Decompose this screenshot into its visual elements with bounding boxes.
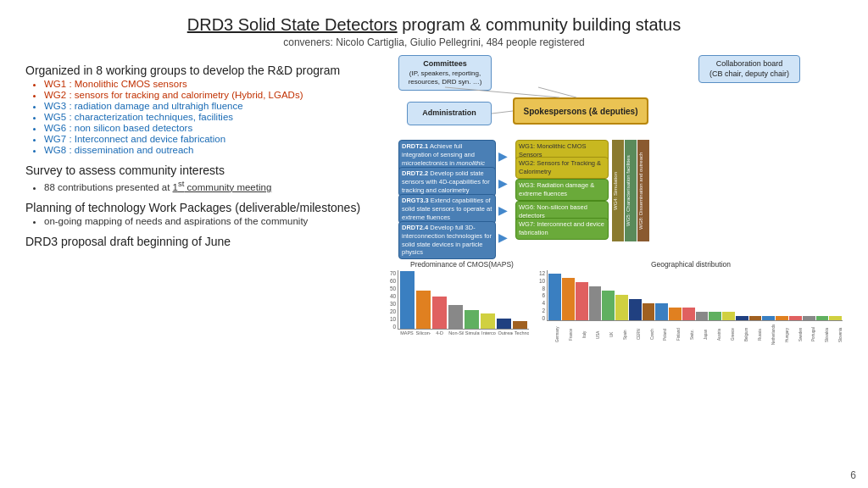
maps-chart-title: Predominance of CMOS(MAPS) <box>390 260 534 269</box>
y-label: 60 <box>390 278 396 284</box>
geo-bar <box>762 316 775 320</box>
geo-bar <box>589 286 602 320</box>
svg-line-2 <box>492 111 513 114</box>
geo-x-label: Austria <box>709 322 721 347</box>
wg5-bar: WG5: Characterisation facilities <box>625 140 637 241</box>
geo-bar <box>682 308 695 320</box>
x-label: Interconnect <box>481 330 496 336</box>
x-label: Simulation <box>465 330 480 336</box>
wg8-bar: WG8: Dissemination and outreach <box>637 140 649 241</box>
side-bars: WG4: Simulation WG5: Characterisation fa… <box>612 140 649 241</box>
planning-list: on-going mapping of needs and aspiration… <box>25 216 381 226</box>
arrow-2: ▶ <box>498 176 508 190</box>
survey-list: 88 contributions presented at 1st commun… <box>25 179 381 192</box>
survey-item: 88 contributions presented at 1st commun… <box>44 179 381 192</box>
geo-x-labels: Germany France Italy USA UK Spain CERN C… <box>547 322 843 347</box>
geo-x-label: Slovakia <box>816 322 829 347</box>
x-label: Technology <box>515 330 529 336</box>
content-area: Organized in 8 working groups to develop… <box>25 55 843 347</box>
geo-chart-title: Geographical distribution <box>539 260 843 269</box>
geo-bar <box>803 316 815 320</box>
x-label: Outreach <box>498 330 512 336</box>
geo-x-label: Hungary <box>776 322 789 347</box>
geo-bar <box>562 278 575 320</box>
y-label: 6 <box>539 292 545 298</box>
geo-x-label: Finland <box>668 322 681 347</box>
list-item: WG1 : Monolithic CMOS sensors <box>44 79 381 89</box>
y-label: 4 <box>539 300 545 306</box>
geo-bar <box>629 299 642 320</box>
slide: DRD3 Solid State Detectors program & com… <box>0 0 868 488</box>
title-underline: DRD3 Solid State Detectors <box>187 15 398 34</box>
geo-bar <box>776 316 788 320</box>
wg2-box: WG2: Sensors for Tracking & Calorimetry <box>515 157 609 179</box>
geo-bar <box>696 312 709 320</box>
bar-technology <box>513 321 527 329</box>
geo-x-label: Slovenia <box>830 322 843 347</box>
bar-simulation <box>465 310 479 329</box>
y-label: 10 <box>539 278 545 284</box>
bar-silicon3d <box>416 291 431 329</box>
charts-area: Predominance of CMOS(MAPS) 70 60 50 40 3… <box>390 260 843 347</box>
x-labels-maps: MAPS Silicon-3D 4-D Non-Silicon Simulati… <box>398 330 529 336</box>
geo-bar <box>789 316 802 320</box>
committees-box: Committees (IP, speakers, reporting,reso… <box>398 55 492 91</box>
geo-bar <box>602 291 615 320</box>
survey-heading: Survey to assess community interests <box>25 164 381 177</box>
geo-x-label: Japan <box>695 322 708 347</box>
geo-bar <box>576 282 588 320</box>
wg-list: WG1 : Monolithic CMOS sensors WG2 : sens… <box>25 79 381 155</box>
bar-interconnect <box>481 313 495 329</box>
y-label: 12 <box>539 270 545 276</box>
y-label: 40 <box>390 293 396 299</box>
y-label: 20 <box>390 308 396 314</box>
wg7-box: WG7: Interconnect and device fabrication <box>515 218 609 240</box>
geo-bar <box>722 312 735 320</box>
title-rest: program & community building status <box>398 15 682 34</box>
arrow-3: ▶ <box>498 203 508 217</box>
spokes-label: Spokespersons (& deputies) <box>523 106 637 117</box>
left-panel: Organized in 8 working groups to develop… <box>25 55 381 347</box>
geo-x-label: Poland <box>654 322 667 347</box>
geo-bar <box>655 303 668 320</box>
geo-x-label: Greece <box>722 322 735 347</box>
geo-bar <box>548 274 561 320</box>
geo-chart-bars <box>547 270 843 321</box>
geo-x-label: France <box>560 322 573 347</box>
planning-item: on-going mapping of needs and aspiration… <box>44 216 381 226</box>
wg3-box: WG3: Radiation damage & extreme fluences <box>515 179 609 201</box>
bar-nonsilicon <box>448 305 463 329</box>
geo-x-label: Spain <box>615 322 627 347</box>
geo-bar <box>749 316 762 320</box>
geo-x-label: Czech <box>642 322 654 347</box>
y-label: 70 <box>390 270 396 276</box>
geo-bar <box>829 316 842 320</box>
x-label: Non-Silicon <box>448 330 463 336</box>
geo-bar <box>615 295 628 320</box>
admin-box: Administration <box>407 102 492 125</box>
bar-chart-bars <box>398 270 529 330</box>
right-panel: Committees (IP, speakers, reporting,reso… <box>390 55 843 347</box>
drd-task-2: DRDT2.2 Develop solid state sensors with… <box>398 167 496 197</box>
y-label: 0 <box>390 324 396 330</box>
list-item: WG3 : radiation damage and ultrahigh flu… <box>44 101 381 111</box>
diagram: Committees (IP, speakers, reporting,reso… <box>390 55 843 258</box>
wg4-bar: WG4: Simulation <box>612 140 624 241</box>
y-label: 8 <box>539 286 545 291</box>
admin-label: Administration <box>422 108 476 119</box>
page-number: 6 <box>850 469 856 481</box>
y-label: 50 <box>390 286 396 291</box>
geo-x-label: Sweden <box>790 322 803 347</box>
x-label: MAPS <box>399 330 414 336</box>
geo-x-label: CERN <box>628 322 641 347</box>
bar-4d <box>432 297 447 329</box>
collab-box: Collaboration board(CB chair, deputy cha… <box>698 55 800 83</box>
x-label: Silicon-3D <box>416 330 431 336</box>
list-item: WG7 : Interconnect and device fabricatio… <box>44 134 381 144</box>
arrow-1: ▶ <box>498 149 508 163</box>
y-label: 0 <box>539 315 545 321</box>
y-label: 10 <box>390 316 396 322</box>
drd-task-3: DRGT3.3 Extend capabilities of solid sta… <box>398 194 496 224</box>
planning-heading: Planning of technology Work Packages (de… <box>25 201 381 214</box>
geo-bar <box>816 316 829 320</box>
